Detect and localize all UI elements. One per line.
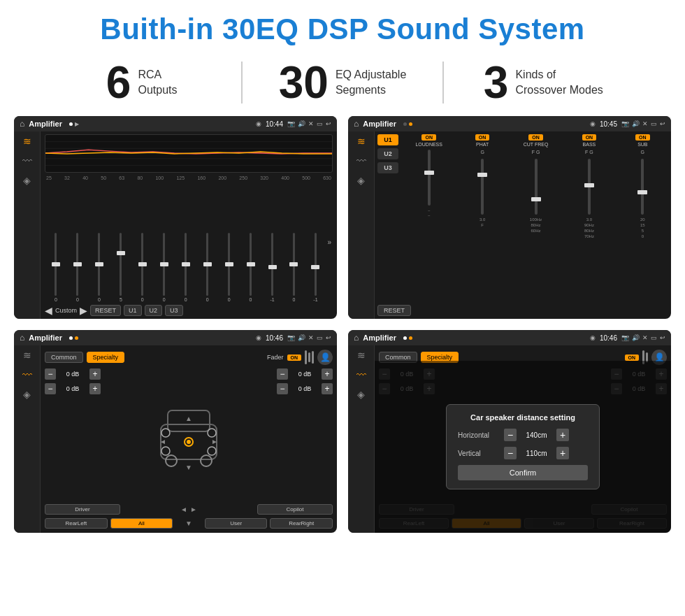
on-badge-bass: ON (582, 134, 597, 141)
wave-icon-2[interactable]: 〰 (356, 155, 366, 166)
all-btn[interactable]: All (110, 518, 173, 529)
eq-slider-11: 0 (284, 233, 303, 302)
speaker-icon-1[interactable]: ◈ (23, 175, 31, 186)
sound-icon-3: 🔊 (298, 334, 305, 341)
preset-u2[interactable]: U2 (377, 148, 398, 159)
fader-bottom-row-1: Driver ◄ ► Copilot (45, 504, 333, 515)
minus-btn-2[interactable]: − (45, 383, 56, 394)
driver-btn[interactable]: Driver (45, 504, 120, 515)
minus-btn-3[interactable]: − (277, 368, 288, 380)
prev-btn[interactable]: ◀ (45, 305, 52, 316)
dot-1-2 (403, 122, 407, 126)
status-dots-4 (403, 336, 412, 340)
channel-loudness: ON LOUDNESS ~~ (403, 134, 454, 302)
stats-row: 6 RCA Outputs 30 EQ Adjustable Segments … (0, 53, 685, 116)
more-icon[interactable]: » (327, 238, 331, 246)
fader-bottom-row-2: RearLeft All ▼ User RearRight (45, 518, 333, 529)
camera-icon-4: 📷 (621, 334, 629, 341)
page-title: Buith-in 30EQ DSP Sound System (0, 0, 685, 53)
fader-main-4: Common Specialty ON 👤 − 0 dB (375, 345, 671, 533)
user-icon-3[interactable]: 👤 (317, 350, 333, 365)
svg-point-10 (208, 429, 216, 437)
dialog-overlay: Car speaker distance setting Horizontal … (375, 361, 671, 533)
reset-btn-1[interactable]: RESET (90, 305, 121, 316)
reset-btn-2[interactable]: RESET (377, 305, 411, 316)
tab-common-3[interactable]: Common (45, 352, 83, 363)
screen2-time: 10:45 (600, 120, 617, 128)
stat-crossover: 3 Kinds of Crossover Modes (444, 60, 643, 105)
eq-icon-4[interactable]: ≋ (357, 350, 366, 361)
db-row-2: − 0 dB + (45, 383, 101, 394)
db-row-3: − 0 dB + (277, 368, 333, 380)
camera-icon-1: 📷 (287, 120, 295, 127)
u2-btn-1[interactable]: U2 (145, 305, 163, 316)
on-badge-phat: ON (475, 134, 490, 141)
channel-cutfreq: ON CUT FREQ F G 100Hz 80Hz 60Hz (510, 134, 561, 302)
u3-btn-1[interactable]: U3 (165, 305, 183, 316)
user-btn-3[interactable]: User (205, 518, 268, 529)
speaker-icon-2[interactable]: ◈ (357, 175, 365, 186)
eq-slider-2: 0 (89, 233, 109, 302)
location-icon-3: ◉ (256, 334, 261, 341)
plus-btn-4[interactable]: + (322, 383, 333, 394)
screen3-title: Amplifier (29, 334, 62, 342)
dot-orange-3 (75, 336, 78, 340)
tab-specialty-3[interactable]: Specialty (87, 352, 125, 363)
plus-btn-1[interactable]: + (89, 368, 101, 380)
eq-slider-12: -1 (305, 233, 325, 302)
fader-car-visual: ▲ ▼ ◄ ► (106, 368, 271, 501)
eq-sliders: 0 0 0 5 0 (45, 182, 333, 302)
close-icon-3: ✕ (308, 334, 314, 341)
dot-orange-2 (409, 122, 412, 126)
rearright-btn[interactable]: RearRight (270, 518, 333, 529)
svg-text:▲: ▲ (185, 415, 192, 422)
eq-icon-3[interactable]: ≋ (23, 350, 31, 361)
channel-label-cutfreq: CUT FREQ (524, 142, 549, 147)
plus-btn-2[interactable]: + (89, 383, 101, 394)
status-icons-1: 📷 🔊 ✕ ▭ ↩ (287, 120, 331, 127)
horizontal-plus-btn[interactable]: + (556, 429, 569, 441)
stat-label-eq-2: Segments (336, 83, 406, 98)
dot-white-3 (69, 336, 73, 340)
location-icon-1: ◉ (256, 120, 261, 127)
svg-point-12 (208, 447, 216, 455)
minus-btn-1[interactable]: − (45, 368, 56, 380)
eq-icon-1[interactable]: ≋ (23, 136, 31, 147)
speaker-icon-4[interactable]: ◈ (357, 389, 365, 400)
vertical-plus-btn[interactable]: + (556, 447, 569, 459)
fader-on-badge: ON (287, 354, 302, 361)
status-bar-1: ⌂ Amplifier ▶ ◉ 10:44 📷 🔊 ✕ ▭ ↩ (14, 116, 337, 131)
copilot-btn[interactable]: Copilot (257, 504, 333, 515)
speaker-icon-3[interactable]: ◈ (23, 389, 31, 400)
preset-u1[interactable]: U1 (377, 134, 398, 145)
status-bar-4: ⌂ Amplifier ◉ 10:46 📷 🔊 ✕ ▭ ↩ (348, 330, 671, 345)
screen4-title: Amplifier (363, 334, 396, 342)
wave-icon-4[interactable]: 〰 (356, 369, 366, 380)
svg-point-7 (166, 455, 177, 466)
minus-btn-4[interactable]: − (277, 383, 288, 394)
rearleft-btn[interactable]: RearLeft (45, 518, 108, 529)
home-icon-2[interactable]: ⌂ (354, 119, 359, 129)
home-icon-1[interactable]: ⌂ (20, 119, 24, 129)
eq-icon-2[interactable]: ≋ (357, 136, 366, 147)
vertical-minus-btn[interactable]: − (504, 447, 517, 459)
svg-point-9 (161, 429, 170, 437)
channel-bass: ON BASS F G 3.0 90Hz 80Hz 70Hz (563, 134, 614, 302)
plus-btn-3[interactable]: + (322, 368, 333, 380)
dialog-title: Car speaker distance setting (458, 413, 588, 422)
status-dots-2 (403, 122, 412, 126)
horizontal-minus-btn[interactable]: − (504, 429, 517, 441)
screen1-title: Amplifier (29, 120, 62, 128)
preset-u3[interactable]: U3 (377, 162, 398, 173)
confirm-button[interactable]: Confirm (458, 465, 588, 480)
back-icon-4: ↩ (660, 334, 665, 341)
home-icon-3[interactable]: ⌂ (20, 333, 24, 343)
next-btn[interactable]: ▶ (80, 305, 87, 316)
screen-eq: ⌂ Amplifier ▶ ◉ 10:44 📷 🔊 ✕ ▭ ↩ ≋ 〰 ◈ (14, 116, 337, 319)
channel-label-sub: SUB (637, 142, 647, 147)
channel-phat: ON PHAT G 3.0 F (456, 134, 507, 302)
u1-btn-1[interactable]: U1 (124, 305, 142, 316)
wave-icon-3[interactable]: 〰 (22, 369, 32, 380)
wave-icon-1[interactable]: 〰 (22, 155, 32, 166)
home-icon-4[interactable]: ⌂ (354, 333, 359, 343)
